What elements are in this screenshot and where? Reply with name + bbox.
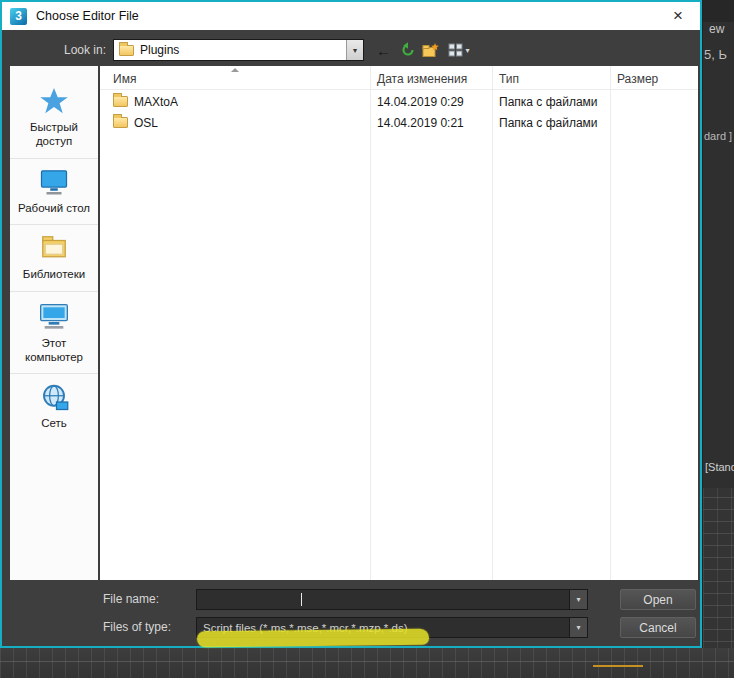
text-cursor [301, 593, 302, 606]
column-header-date[interactable]: Дата изменения [377, 72, 467, 86]
column-header-name[interactable]: Имя [113, 72, 136, 86]
create-new-folder-button[interactable] [420, 40, 441, 60]
dialog-titlebar: 3 Choose Editor File × [2, 2, 700, 30]
chevron-down-icon: ▾ [353, 46, 357, 55]
file-name-input[interactable]: ▾ [196, 589, 588, 610]
dialog-title: Choose Editor File [36, 9, 139, 23]
new-folder-icon [422, 43, 439, 58]
places-bar: Быстрый доступ Рабочий стол Библиотеки [10, 66, 98, 580]
highlight-marker [197, 629, 429, 648]
back-button[interactable]: ← [373, 40, 394, 60]
file-name-dropdown-button[interactable]: ▾ [569, 590, 587, 609]
place-label: Сеть [41, 416, 67, 430]
background-partial-text: dard ] [704, 130, 732, 142]
file-list-header: Имя Дата изменения Тип Размер [100, 66, 698, 90]
place-label: Этот компьютер [12, 336, 96, 365]
file-list: Имя Дата изменения Тип Размер MAXtoA 14.… [100, 66, 698, 580]
viewport-axis-line [593, 665, 643, 667]
file-type: Папка с файлами [499, 95, 598, 109]
column-separator [370, 66, 371, 580]
folder-icon [119, 45, 134, 56]
place-label: Рабочий стол [18, 201, 90, 215]
background-topband [703, 0, 734, 22]
look-in-combobox[interactable]: Plugins ▾ [113, 39, 364, 61]
column-separator [492, 66, 493, 580]
network-icon [38, 382, 70, 412]
screen: ew 5, Ь dard ] [Stand 3 Choose Editor Fi… [0, 0, 734, 678]
viewport-grid-bottom [0, 648, 734, 678]
desktop-icon [38, 167, 70, 197]
place-label: Библиотеки [23, 267, 85, 281]
cancel-button[interactable]: Cancel [620, 617, 696, 638]
place-item-quick-access[interactable]: Быстрый доступ [10, 78, 98, 159]
look-in-value: Plugins [140, 43, 340, 57]
files-of-type-label: Files of type: [103, 620, 171, 634]
choose-editor-file-dialog: 3 Choose Editor File × Look in: Plugins … [0, 0, 702, 648]
open-button[interactable]: Open [620, 589, 696, 610]
chevron-down-icon: ▾ [576, 595, 580, 604]
column-header-size[interactable]: Размер [617, 72, 658, 86]
file-name-label: File name: [103, 592, 159, 606]
close-icon[interactable]: × [664, 2, 692, 30]
file-rows: MAXtoA 14.04.2019 0:29 Папка с файлами O… [100, 92, 698, 134]
file-date: 14.04.2019 0:29 [377, 95, 464, 109]
look-in-label: Look in: [44, 43, 106, 57]
table-row[interactable]: MAXtoA 14.04.2019 0:29 Папка с файлами [100, 92, 698, 113]
view-menu-button[interactable]: ▾ [444, 40, 474, 60]
background-partial-text: 5, Ь [704, 47, 727, 62]
file-name: MAXtoA [134, 95, 178, 109]
last-folder-visited-button[interactable] [397, 40, 418, 60]
chevron-down-icon: ▾ [465, 46, 469, 55]
back-arrow-icon: ← [376, 42, 391, 59]
column-header-type[interactable]: Тип [499, 72, 519, 86]
file-date: 14.04.2019 0:21 [377, 116, 464, 130]
chevron-down-icon: ▾ [576, 623, 580, 632]
viewport-grid-line [0, 661, 734, 662]
place-item-network[interactable]: Сеть [10, 374, 98, 439]
place-item-desktop[interactable]: Рабочий стол [10, 159, 98, 225]
3dsmax-logo-icon: 3 [10, 8, 27, 25]
libraries-icon [38, 233, 70, 263]
place-item-this-pc[interactable]: Этот компьютер [10, 292, 98, 375]
file-name: OSL [134, 116, 158, 130]
place-label: Быстрый доступ [12, 120, 96, 149]
column-separator [610, 66, 611, 580]
folder-icon [113, 96, 128, 107]
look-in-dropdown-button[interactable]: ▾ [346, 40, 363, 60]
background-panel-right: ew 5, Ь dard ] [Stand [702, 0, 734, 678]
place-item-libraries[interactable]: Библиотеки [10, 225, 98, 291]
quick-access-icon [38, 86, 70, 116]
view-menu-grid-icon [448, 43, 463, 57]
files-of-type-dropdown-button[interactable]: ▾ [569, 618, 587, 637]
background-partial-text: ew [709, 22, 724, 36]
this-pc-icon [38, 300, 70, 332]
table-row[interactable]: OSL 14.04.2019 0:21 Папка с файлами [100, 113, 698, 134]
background-partial-text: [Stand [705, 461, 734, 473]
folder-icon [113, 117, 128, 128]
sort-ascending-icon [231, 68, 239, 72]
green-curved-arrow-icon [400, 42, 416, 58]
file-type: Папка с файлами [499, 116, 598, 130]
